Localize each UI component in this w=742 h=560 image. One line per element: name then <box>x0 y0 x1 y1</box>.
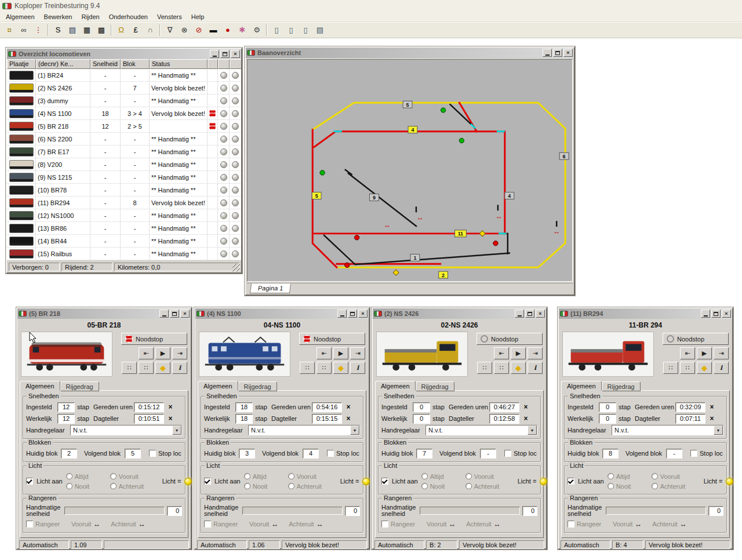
minimize-button[interactable] <box>543 49 552 57</box>
shunt-left-button[interactable]: ⇤ <box>680 347 695 359</box>
left-right-arrows-icon[interactable]: ↔ <box>635 520 642 528</box>
loco-indicator-led[interactable] <box>232 161 239 168</box>
route-b-button[interactable]: ∷ <box>139 362 154 374</box>
loco-indicator-led[interactable] <box>220 225 227 232</box>
dagteller-field[interactable]: 0:07:11 <box>675 414 705 424</box>
loco-indicator-led[interactable] <box>220 238 227 245</box>
loco-indicator-led[interactable] <box>232 110 239 117</box>
nooit-radio[interactable] <box>421 483 428 489</box>
gereden-uren-field[interactable]: 0:15:12 <box>134 402 164 412</box>
signal-button[interactable]: ◆ <box>333 362 348 374</box>
tab-rijgedrag[interactable]: Rijgedrag <box>416 381 454 391</box>
ingesteld-field[interactable]: 0 <box>413 402 430 412</box>
close-button[interactable]: × <box>180 310 190 318</box>
monitor-icon-button[interactable]: ▤ <box>66 23 79 37</box>
info-button[interactable]: i <box>350 362 365 374</box>
table-row[interactable]: (13) BR86--** Handmatig ** <box>7 222 241 235</box>
manual-speed-value[interactable]: 0 <box>167 506 182 516</box>
handregelaar-select[interactable]: N.v.t. ▼ <box>612 425 723 435</box>
info-button[interactable]: i <box>528 362 543 374</box>
start-button[interactable]: ▶ <box>697 347 712 359</box>
volgend-blok-field[interactable]: - <box>666 449 682 459</box>
tab-algemeen[interactable]: Algemeen <box>198 381 238 391</box>
handregelaar-select[interactable]: N.v.t. ▼ <box>425 425 537 435</box>
key-icon-button[interactable]: ¤ <box>2 23 16 37</box>
licht-aan-checkbox[interactable] <box>204 478 211 485</box>
huidig-blok-field[interactable]: 7 <box>416 449 432 459</box>
left-right-arrows-icon[interactable]: ↔ <box>680 520 687 528</box>
window-titlebar[interactable]: (2) NS 2426 × <box>373 308 546 319</box>
table-row[interactable]: (12) NS1000--** Handmatig ** <box>7 209 241 222</box>
stop-loc-checkbox[interactable] <box>690 450 697 457</box>
speed-icon-button[interactable]: S <box>51 23 65 37</box>
loco-indicator-led[interactable] <box>220 97 227 104</box>
vooruit-radio[interactable] <box>652 473 658 479</box>
menu-vensters[interactable]: Vensters <box>152 12 187 21</box>
record-icon-button[interactable]: ● <box>221 23 235 37</box>
manual-speed-value[interactable]: 0 <box>708 506 723 516</box>
manual-speed-slider[interactable] <box>420 507 520 515</box>
window-titlebar[interactable]: (4) NS 1100 × <box>195 308 369 319</box>
column-header[interactable] <box>218 59 230 69</box>
loco-indicator-led[interactable] <box>232 212 239 219</box>
loco-indicator-led[interactable] <box>220 110 227 117</box>
werkelijk-field[interactable]: 12 <box>57 414 75 424</box>
glasses-icon-button[interactable]: ∞ <box>17 23 31 37</box>
chevron-down-icon[interactable]: ▼ <box>528 426 537 435</box>
route-b-button[interactable]: ∷ <box>494 362 509 374</box>
loco-indicator-led[interactable] <box>232 72 239 79</box>
menu-onderhouden[interactable]: Onderhouden <box>104 12 152 21</box>
gereden-uren-field[interactable]: 0:54:16 <box>312 402 342 412</box>
handregelaar-select[interactable]: N.v.t. ▼ <box>248 425 360 435</box>
block-grid-icon-button[interactable]: ▦ <box>80 23 94 37</box>
flower-icon-button[interactable]: ✱ <box>235 23 249 37</box>
route-a-button[interactable]: ∷ <box>663 362 678 374</box>
document2-icon-button[interactable]: ▯ <box>284 23 298 37</box>
rangeer-checkbox[interactable] <box>381 521 388 528</box>
wheel-icon-button[interactable]: ⊗ <box>177 23 191 37</box>
clear-gereden-button[interactable]: × <box>522 403 530 411</box>
route-a-button[interactable]: ∷ <box>300 362 315 374</box>
loco-indicator-led[interactable] <box>220 199 227 206</box>
dagteller-field[interactable]: 0:15:15 <box>312 414 342 424</box>
shunt-right-button[interactable]: ⇥ <box>528 347 543 359</box>
switch-indicator[interactable] <box>479 231 485 237</box>
window-titlebar[interactable]: (11) BR294 × <box>559 308 732 319</box>
signal-green[interactable] <box>320 170 325 175</box>
route-b-button[interactable]: ∷ <box>680 362 695 374</box>
rangeer-checkbox[interactable] <box>568 521 574 528</box>
signal-green[interactable] <box>459 138 464 143</box>
left-right-arrows-icon[interactable]: ↔ <box>93 520 100 528</box>
shunt-right-button[interactable]: ⇥ <box>172 347 187 359</box>
table-row[interactable]: (8) V200--** Handmatig ** <box>7 158 241 171</box>
minimize-button[interactable] <box>210 50 219 58</box>
werkelijk-field[interactable]: 0 <box>413 414 430 424</box>
table-row[interactable]: (2) NS 2426-7Vervolg blok bezet! <box>7 82 241 94</box>
altijd-radio[interactable] <box>421 473 428 479</box>
volgend-blok-field[interactable]: 4 <box>303 449 319 459</box>
licht-aan-checkbox[interactable] <box>381 478 388 485</box>
loco-indicator-led[interactable] <box>232 250 239 257</box>
altijd-radio[interactable] <box>608 473 614 479</box>
switch-indicator[interactable] <box>393 270 399 275</box>
left-right-arrows-icon[interactable]: ↔ <box>139 520 146 528</box>
maximize-button[interactable] <box>220 50 230 58</box>
info-button[interactable]: i <box>714 362 729 374</box>
vooruit-radio[interactable] <box>110 473 117 479</box>
loco-indicator-led[interactable] <box>232 148 239 155</box>
tab-rijgedrag[interactable]: Rijgedrag <box>238 381 277 391</box>
gereden-uren-field[interactable]: 0:46:27 <box>489 402 519 412</box>
loco-indicator-led[interactable] <box>232 97 239 104</box>
clear-dagteller-button[interactable]: × <box>166 414 174 423</box>
shunt-right-button[interactable]: ⇥ <box>714 347 729 359</box>
table-row[interactable]: (1) BR24--** Handmatig ** <box>7 69 241 82</box>
volgend-blok-field[interactable]: - <box>480 449 496 459</box>
shunt-right-button[interactable]: ⇥ <box>350 347 365 359</box>
manual-speed-slider[interactable] <box>64 507 165 515</box>
loco-indicator-led[interactable] <box>232 123 239 130</box>
close-button[interactable]: × <box>358 310 368 318</box>
minimize-button[interactable] <box>515 310 524 318</box>
lock-icon-button[interactable]: ∩ <box>143 23 157 37</box>
stop-loc-checkbox[interactable] <box>504 450 511 457</box>
column-header[interactable] <box>230 59 241 69</box>
